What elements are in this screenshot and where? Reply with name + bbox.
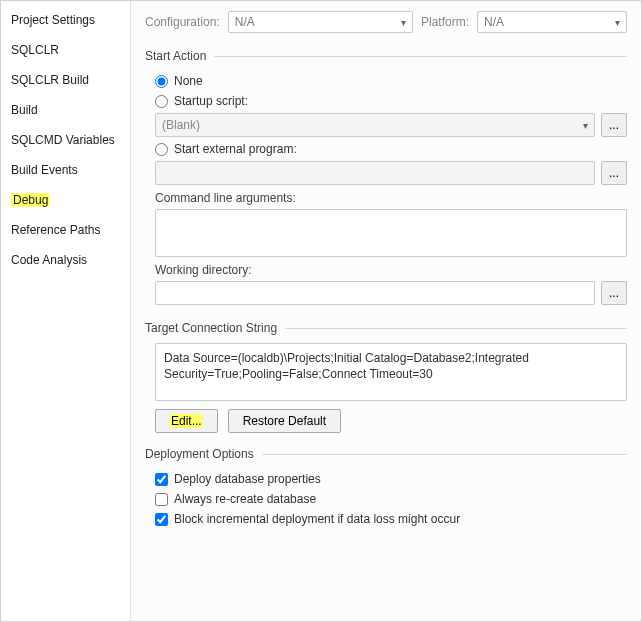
external-program-browse-button[interactable]: ...	[601, 161, 627, 185]
radio-startup-script-label: Startup script:	[174, 94, 248, 108]
sidebar-item-debug[interactable]: Debug	[1, 185, 130, 215]
deployment-options-group: Deployment Options Deploy database prope…	[145, 447, 627, 529]
group-title-text: Target Connection String	[145, 321, 285, 335]
radio-none[interactable]	[155, 75, 168, 88]
sidebar-item-build[interactable]: Build	[1, 95, 130, 125]
platform-dropdown[interactable]: N/A ▾	[477, 11, 627, 33]
start-action-group: Start Action None Startup script: (Blank…	[145, 49, 627, 307]
sidebar-item-project-settings[interactable]: Project Settings	[1, 5, 130, 35]
cmdline-label: Command line arguments:	[145, 187, 627, 207]
platform-value: N/A	[484, 15, 504, 29]
configuration-dropdown[interactable]: N/A ▾	[228, 11, 413, 33]
checkbox-block-dataloss-label: Block incremental deployment if data los…	[174, 512, 460, 526]
config-row: Configuration: N/A ▾ Platform: N/A ▾	[145, 11, 627, 33]
settings-window: Project Settings SQLCLR SQLCLR Build Bui…	[0, 0, 642, 622]
external-program-input[interactable]	[155, 161, 595, 185]
start-action-title: Start Action	[145, 49, 627, 63]
radio-external-program-label: Start external program:	[174, 142, 297, 156]
checkbox-deploy-props[interactable]	[155, 473, 168, 486]
configuration-label: Configuration:	[145, 15, 220, 29]
radio-external-program[interactable]	[155, 143, 168, 156]
sidebar-item-sqlclr-build[interactable]: SQLCLR Build	[1, 65, 130, 95]
workdir-browse-button[interactable]: ...	[601, 281, 627, 305]
chevron-down-icon: ▾	[401, 17, 406, 28]
deployment-options-title: Deployment Options	[145, 447, 627, 461]
checkbox-recreate[interactable]	[155, 493, 168, 506]
restore-default-button[interactable]: Restore Default	[228, 409, 341, 433]
main-panel: Configuration: N/A ▾ Platform: N/A ▾ Sta…	[131, 1, 641, 621]
divider	[214, 56, 627, 57]
checkbox-recreate-label: Always re-create database	[174, 492, 316, 506]
startup-script-value: (Blank)	[162, 118, 200, 132]
checkbox-deploy-props-label: Deploy database properties	[174, 472, 321, 486]
workdir-input[interactable]	[155, 281, 595, 305]
radio-none-label: None	[174, 74, 203, 88]
sidebar-item-sqlcmd-variables[interactable]: SQLCMD Variables	[1, 125, 130, 155]
workdir-label: Working directory:	[145, 259, 627, 279]
cmdline-input[interactable]	[155, 209, 627, 257]
chevron-down-icon: ▾	[583, 120, 588, 131]
sidebar-item-sqlclr[interactable]: SQLCLR	[1, 35, 130, 65]
sidebar-item-label: Debug	[11, 193, 50, 207]
chevron-down-icon: ▾	[615, 17, 620, 28]
sidebar: Project Settings SQLCLR SQLCLR Build Bui…	[1, 1, 131, 621]
group-title-text: Deployment Options	[145, 447, 262, 461]
target-connection-group: Target Connection String Data Source=(lo…	[145, 321, 627, 433]
configuration-value: N/A	[235, 15, 255, 29]
divider	[262, 454, 627, 455]
startup-script-browse-button[interactable]: ...	[601, 113, 627, 137]
edit-button-label: Edit...	[170, 414, 203, 428]
edit-button[interactable]: Edit...	[155, 409, 218, 433]
group-title-text: Start Action	[145, 49, 214, 63]
checkbox-block-dataloss[interactable]	[155, 513, 168, 526]
target-connection-title: Target Connection String	[145, 321, 627, 335]
radio-startup-script[interactable]	[155, 95, 168, 108]
divider	[285, 328, 627, 329]
restore-default-label: Restore Default	[243, 414, 326, 428]
connection-string-text[interactable]: Data Source=(localdb)\Projects;Initial C…	[155, 343, 627, 401]
sidebar-item-code-analysis[interactable]: Code Analysis	[1, 245, 130, 275]
startup-script-combo[interactable]: (Blank) ▾	[155, 113, 595, 137]
platform-label: Platform:	[421, 15, 469, 29]
sidebar-item-build-events[interactable]: Build Events	[1, 155, 130, 185]
sidebar-item-reference-paths[interactable]: Reference Paths	[1, 215, 130, 245]
